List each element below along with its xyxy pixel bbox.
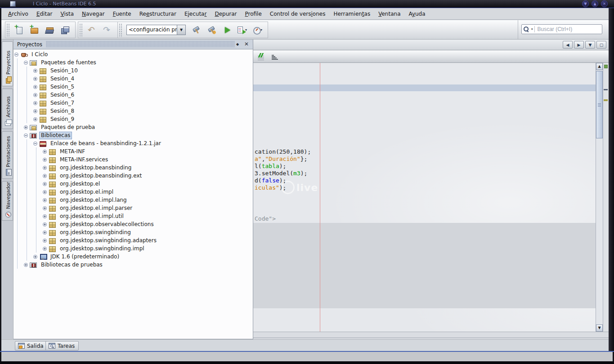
sorted-members-icon[interactable] [271, 53, 279, 60]
expand-handle-icon[interactable] [43, 214, 47, 218]
editor-vertical-scrollbar[interactable]: ▲ ▼ [596, 63, 603, 332]
expand-handle-icon[interactable] [43, 174, 47, 178]
expand-handle-icon[interactable] [33, 117, 37, 121]
tree-node-org-jdesktop-swingbinding[interactable]: org.jdesktop.swingbinding [13, 228, 253, 236]
redo-button[interactable] [99, 23, 115, 37]
open-project-button[interactable] [42, 23, 57, 37]
tree-node-meta-inf[interactable]: META-INF [13, 147, 253, 155]
expand-handle-icon[interactable] [43, 247, 47, 251]
scrollbar-down-button[interactable]: ▼ [596, 324, 603, 332]
new-file-button[interactable] [11, 23, 27, 37]
menu-fuente[interactable]: Fuente [109, 9, 135, 19]
error-stripe-warning-mark[interactable] [604, 99, 608, 101]
tree-node-i-ciclo[interactable]: I Ciclo [13, 50, 253, 58]
collapse-handle-icon[interactable] [24, 133, 28, 138]
tareas-window-button[interactable]: Tareas [45, 341, 79, 351]
tree-node-org-jdesktop-el[interactable]: org.jdesktop.el [13, 180, 253, 188]
tree-node-org-jdesktop-swingbinding-adapters[interactable]: org.jdesktop.swingbinding.adapters [13, 236, 253, 244]
menu-ayuda[interactable]: Ayuda [405, 9, 430, 19]
expand-handle-icon[interactable] [33, 109, 37, 113]
sidebar-tab-archivos[interactable]: Archivos [2, 89, 13, 129]
editor-content[interactable]: live cation(250,180);a","Duración"};l(ta… [253, 63, 609, 332]
toolbar-drag-handle[interactable] [79, 23, 82, 37]
scrollbar-thumb[interactable] [596, 71, 603, 138]
tree-node-sesi-n-9[interactable]: Sesión_9 [13, 115, 253, 123]
expand-handle-icon[interactable] [33, 255, 37, 259]
menu-editar[interactable]: Editar [32, 9, 57, 19]
menu-vista[interactable]: Vista [56, 9, 78, 19]
menu-archivo[interactable]: Archivo [4, 9, 32, 19]
tree-node-sesi-n-6[interactable]: Sesión_6 [13, 91, 253, 99]
sidebar-tab-navegador[interactable]: Navegador [2, 181, 13, 221]
combobox-arrow-button[interactable]: ▼ [177, 25, 185, 35]
tree-node-sesi-n-8[interactable]: Sesión_8 [13, 107, 253, 115]
tree-node-label[interactable]: org.jdesktop.el.impl.util [58, 213, 125, 220]
tree-node-label[interactable]: Sesión_7 [49, 100, 76, 107]
tree-node-label[interactable]: JDK 1.6 (predeterminado) [49, 253, 121, 260]
tree-node-label[interactable]: META-INF.services [58, 156, 109, 163]
configuration-combobox[interactable]: <configuración pre...▼ [126, 25, 186, 35]
menu-control-de-versiones[interactable]: Control de versiones [266, 9, 330, 19]
collapse-handle-icon[interactable] [24, 61, 28, 65]
tree-node-meta-inf-services[interactable]: META-INF.services [13, 155, 253, 164]
tree-node-sesi-n-5[interactable]: Sesión_5 [13, 83, 253, 91]
tree-node-label[interactable]: org.jdesktop.swingbinding [58, 229, 132, 236]
search-box[interactable]: ▾ [521, 24, 602, 34]
expand-handle-icon[interactable] [43, 206, 47, 210]
tree-node-jdk-1-6-predeterminado[interactable]: JDK 1.6 (predeterminado) [13, 253, 253, 261]
scrollbar-up-button[interactable]: ▲ [596, 63, 603, 70]
tree-node-org-jdesktop-swingbinding-impl[interactable]: org.jdesktop.swingbinding.impl [13, 244, 253, 253]
new-project-button[interactable] [27, 23, 42, 37]
panel-autohide-button[interactable]: ◆ [234, 41, 241, 48]
tree-node-label[interactable]: Sesión_6 [49, 92, 76, 98]
expand-handle-icon[interactable] [33, 77, 37, 81]
last-edit-position-icon[interactable] [257, 53, 265, 60]
tree-node-org-jdesktop-el-impl[interactable]: org.jdesktop.el.impl [13, 188, 253, 196]
expand-handle-icon[interactable] [43, 198, 47, 202]
tree-node-label[interactable]: Paquetes de fuentes [40, 59, 98, 66]
tree-node-paquetes-de-prueba[interactable]: Paquetes de prueba [13, 123, 253, 131]
editor-horizontal-scroll-area[interactable] [253, 332, 609, 338]
menu-navegar[interactable]: Navegar [78, 9, 109, 19]
tree-node-label[interactable]: Paquetes de prueba [40, 124, 96, 131]
run-button[interactable] [219, 23, 234, 37]
expand-handle-icon[interactable] [33, 85, 37, 89]
menu-depurar[interactable]: Depurar [211, 9, 241, 19]
tree-node-org-jdesktop-el-impl-parser[interactable]: org.jdesktop.el.impl.parser [13, 204, 253, 212]
tree-node-sesi-n-10[interactable]: Sesión_10 [13, 67, 253, 75]
tree-node-label[interactable]: Bibliotecas [40, 132, 72, 139]
tree-node-label[interactable]: Sesión_10 [49, 67, 79, 74]
tree-node-label[interactable]: org.jdesktop.el.impl.lang [58, 197, 128, 204]
scroll-tabs-right-button[interactable]: ▶ [574, 41, 584, 49]
maximize-editor-button[interactable]: ▢ [596, 41, 606, 49]
expand-handle-icon[interactable] [43, 222, 47, 226]
tree-node-label[interactable]: org.jdesktop.beansbinding [58, 164, 133, 171]
close-button[interactable]: ✕ [601, 0, 608, 7]
menu-reestructurar[interactable]: Reestructurar [135, 9, 180, 19]
tree-node-sesi-n-4[interactable]: Sesión_4 [13, 75, 253, 83]
expand-handle-icon[interactable] [43, 231, 47, 235]
clean-build-button[interactable] [204, 23, 219, 37]
expand-handle-icon[interactable] [24, 263, 28, 267]
toolbar-drag-handle[interactable] [6, 23, 9, 37]
sidebar-tab-proyectos[interactable]: Proyectos [2, 41, 13, 86]
expand-handle-icon[interactable] [43, 158, 47, 162]
expand-handle-icon[interactable] [33, 93, 37, 97]
scroll-tabs-left-button[interactable]: ◀ [563, 41, 573, 49]
tree-node-org-jdesktop-el-impl-util[interactable]: org.jdesktop.el.impl.util [13, 212, 253, 220]
projects-panel-header[interactable]: Proyectos ◆ ✕ [13, 40, 253, 49]
sidebar-tab-prestaciones[interactable]: Prestaciones [2, 131, 13, 179]
salida-window-button[interactable]: Salida [15, 341, 48, 351]
expand-handle-icon[interactable] [43, 190, 47, 194]
search-input[interactable] [537, 26, 601, 33]
expand-handle-icon[interactable] [43, 166, 47, 170]
expand-handle-icon[interactable] [43, 150, 47, 154]
tree-node-label[interactable]: Sesión_4 [49, 75, 76, 82]
tree-node-org-jdesktop-el-impl-lang[interactable]: org.jdesktop.el.impl.lang [13, 196, 253, 204]
tree-node-org-jdesktop-beansbinding-ext[interactable]: org.jdesktop.beansbinding.ext [13, 172, 253, 180]
collapse-handle-icon[interactable] [33, 142, 37, 146]
profile-button[interactable]: ▾ [250, 23, 265, 37]
tree-node-bibliotecas-de-pruebas[interactable]: Bibliotecas de pruebas [13, 261, 253, 269]
expand-handle-icon[interactable] [43, 239, 47, 243]
build-button[interactable] [188, 23, 204, 37]
